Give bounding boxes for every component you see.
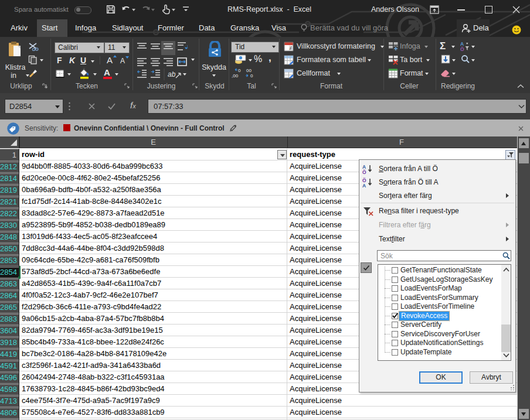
- svg-text:0: 0: [238, 68, 241, 73]
- svg-text:A: A: [362, 183, 366, 188]
- svg-text:,00: ,00: [232, 73, 239, 78]
- svg-text:0: 0: [250, 73, 253, 78]
- svg-text:ab: ab: [168, 70, 176, 78]
- svg-text:Ö: Ö: [362, 169, 366, 175]
- svg-text:00: 00: [246, 68, 252, 73]
- svg-text:Ö: Ö: [460, 46, 464, 52]
- svg-text:≠: ≠: [290, 45, 293, 51]
